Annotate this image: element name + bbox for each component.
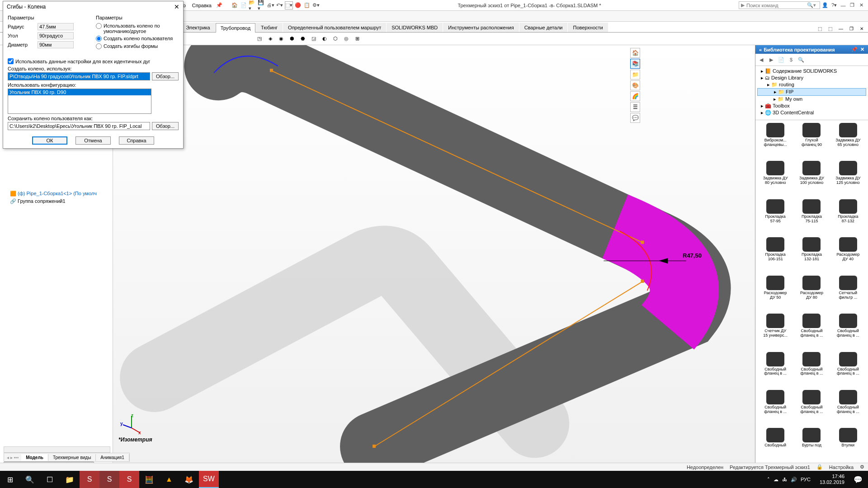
search-input[interactable] — [746, 3, 805, 8]
tree-hscroll[interactable] — [4, 446, 110, 453]
tab-surfaces[interactable]: Поверхности — [568, 23, 608, 32]
dlib-part-item[interactable]: Прокладка 87-132 — [831, 199, 865, 235]
tab-animation[interactable]: Анимация1 — [96, 454, 129, 461]
dlib-part-item[interactable]: Свободный фланец в ... — [831, 390, 865, 426]
dlib-part-item[interactable]: Свободный фланец в ... — [758, 390, 793, 426]
win-search-icon[interactable]: 🔍 — [20, 471, 40, 488]
task-tab-appearance[interactable]: 🌈 — [630, 91, 640, 101]
dlib-tree-node[interactable]: ▸ 📁 My own — [757, 96, 866, 103]
dlib-part-item[interactable]: Расходомер ДУ 80 — [794, 276, 829, 312]
new-icon[interactable]: 📄 — [240, 1, 248, 9]
dlib-part-item[interactable]: Свободный фланец в ... — [831, 314, 865, 350]
dlib-back-icon[interactable]: ◀ — [757, 56, 765, 64]
tab-weldments[interactable]: Сварные детали — [519, 23, 568, 32]
firefox-icon[interactable]: 🦊 — [179, 471, 199, 488]
dlib-close-icon[interactable]: ✕ — [860, 47, 864, 52]
doc-min-icon[interactable]: — — [837, 25, 845, 32]
task-tab-forum[interactable]: 💬 — [630, 113, 640, 123]
doc-max-icon[interactable]: ❐ — [848, 25, 855, 32]
app3-icon[interactable]: S — [119, 471, 139, 488]
print-icon[interactable]: 🖨▾ — [267, 1, 275, 9]
config-listbox[interactable]: Угольник ПВХ 90 гр. D90 — [8, 89, 151, 114]
tree-pipe-assembly[interactable]: 🟧 (ф) Pipe_1-Сборка1<1> (По умолч — [0, 190, 113, 197]
dlib-add-icon[interactable]: 📄 — [777, 56, 785, 64]
dlib-part-item[interactable]: Расходомер ДУ 50 — [758, 276, 793, 312]
dlib-pin-icon[interactable]: 📌 — [851, 47, 858, 52]
dlib-part-item[interactable]: Прокладка 75-115 — [794, 199, 829, 235]
cm-ico-2[interactable]: ◈ — [266, 34, 275, 43]
dlib-part-item[interactable]: Свободный — [758, 428, 793, 460]
app1-icon[interactable]: S — [80, 471, 99, 488]
app2-icon[interactable]: S — [99, 471, 119, 488]
tab-mbd[interactable]: SOLIDWORKS MBD — [387, 23, 443, 32]
tab-elektrika[interactable]: Электрика — [181, 23, 215, 32]
doc-split-icon[interactable]: ⬚ — [816, 25, 824, 32]
user-icon[interactable]: 👤 — [821, 1, 829, 9]
ok-button[interactable]: ОК — [32, 136, 67, 145]
help-icon[interactable]: ?▾ — [830, 1, 838, 9]
dlib-part-item[interactable]: Виброком... фланцевы... — [758, 123, 793, 159]
task-tab-library[interactable]: 📚 — [630, 59, 640, 69]
dlib-part-item[interactable]: Расходомер ДУ 40 — [831, 237, 865, 273]
cancel-button[interactable]: Отмена — [75, 136, 111, 145]
dialog-close-icon[interactable]: ✕ — [174, 3, 179, 10]
dlib-part-item[interactable]: Свободный фланец в ... — [794, 314, 829, 350]
status-gear-icon[interactable]: ⚙ — [860, 464, 864, 470]
calc-icon[interactable]: 🧮 — [139, 471, 159, 488]
doc-close-icon[interactable]: ✕ — [858, 25, 865, 32]
menu-help[interactable]: Справка — [189, 2, 214, 9]
tab-model[interactable]: Модель — [21, 454, 48, 461]
task-tab-properties[interactable]: ☰ — [630, 102, 640, 112]
cm-ico-8[interactable]: ⬡ — [331, 34, 340, 43]
app4-icon[interactable]: ▲ — [159, 471, 179, 488]
help-button[interactable]: Справка — [119, 136, 154, 145]
settings-icon[interactable]: ⚙▾ — [312, 1, 320, 9]
cm-ico-10[interactable]: ⊞ — [353, 34, 362, 43]
tray-up-icon[interactable]: ˄ — [767, 477, 770, 483]
pin-icon[interactable]: 📌 — [215, 1, 223, 9]
open-icon[interactable]: 📂▾ — [249, 1, 257, 9]
tray-cloud-icon[interactable]: ☁ — [774, 477, 778, 483]
cm-ico-5[interactable]: ⬣ — [298, 34, 307, 43]
tray-lang[interactable]: РУС — [801, 477, 811, 482]
dlib-tree-node[interactable]: ▸ 🗂 Design Library — [757, 75, 866, 81]
dlib-part-item[interactable]: Бурты под — [794, 428, 829, 460]
home-icon[interactable]: 🏠 — [231, 1, 239, 9]
dlib-tree-node[interactable]: ▸ 🌐 3D ContentCentral — [757, 109, 866, 116]
dlib-grid[interactable]: Виброком... фланцевы...Глухой фланец 90З… — [755, 120, 868, 463]
tray-net-icon[interactable]: 🖧 — [782, 477, 787, 482]
dlib-part-item[interactable]: Свободный фланец в ... — [831, 352, 865, 388]
dlib-part-item[interactable]: Свободный фланец в ... — [758, 352, 793, 388]
dlib-part-item[interactable]: Сетчатый фильтр ... — [831, 276, 865, 312]
cm-ico-6[interactable]: ◲ — [309, 34, 318, 43]
close-icon[interactable]: ✕ — [857, 1, 865, 9]
dlib-tree-node[interactable]: ▸ 📁 routing — [757, 81, 866, 88]
task-tab-home[interactable]: 🏠 — [630, 48, 640, 58]
tray-vol-icon[interactable]: 🔊 — [791, 477, 797, 483]
maximize-icon[interactable]: ❐ — [848, 1, 856, 9]
chk-identical-arcs[interactable] — [8, 58, 14, 64]
dlib-tree-node[interactable]: ▸ 📙 Содержание SOLIDWORKS — [757, 68, 866, 75]
cm-ico-9[interactable]: ◎ — [342, 34, 351, 43]
config-item-selected[interactable]: Угольник ПВХ 90 гр. D90 — [8, 89, 151, 95]
dlib-part-item[interactable]: Задвижка ДУ 125 условно — [831, 161, 865, 197]
dlib-part-item[interactable]: Счетчик ДУ 15 универс... — [758, 314, 793, 350]
rebuild-icon[interactable]: 🔴 — [294, 1, 302, 9]
tree-mates[interactable]: 🔗 Группа сопряжений1 — [0, 197, 113, 205]
dlib-part-item[interactable]: Задвижка ДУ 65 условно — [831, 123, 865, 159]
search-box[interactable]: ▶🔍▾ — [739, 1, 820, 9]
dlib-part-item[interactable]: Задвижка ДУ 100 условно — [794, 161, 829, 197]
dlib-part-item[interactable]: Прокладка 106-151 — [758, 237, 793, 273]
dlib-part-item[interactable]: Свободный фланец в ... — [794, 390, 829, 426]
save-icon[interactable]: 💾▾ — [258, 1, 266, 9]
cm-ico-7[interactable]: ◐ — [320, 34, 329, 43]
dlib-part-item[interactable]: Прокладка 57-95 — [758, 199, 793, 235]
browse2-button[interactable]: Обзор... — [152, 122, 179, 130]
action-center-icon[interactable]: 💬 — [848, 471, 868, 488]
opt-user-elbow[interactable] — [96, 36, 102, 42]
tab-custom-route[interactable]: Определенный пользователем маршрут — [283, 23, 386, 32]
select-icon[interactable]: ⬚▾ — [285, 1, 293, 9]
browse1-button[interactable]: Обзор... — [152, 72, 179, 80]
solidworks-icon[interactable]: SW — [199, 471, 219, 488]
dlib-tree-node[interactable]: ▸ 🧰 Toolbox — [757, 103, 866, 109]
